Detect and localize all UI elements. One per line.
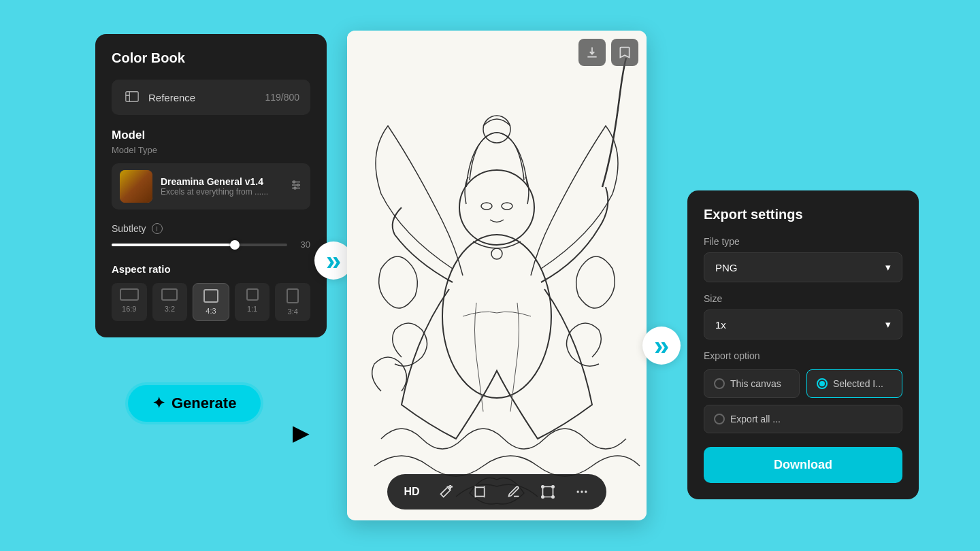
svg-point-22	[552, 496, 554, 498]
aspect-icon-4-3	[203, 289, 218, 303]
model-section-title: Model	[112, 129, 310, 142]
transform-icon[interactable]	[537, 481, 559, 503]
aspect-icon-16-9	[120, 288, 139, 301]
crop-icon[interactable]	[469, 481, 491, 503]
scene: Color Book Reference 119/800 Model Model…	[0, 0, 980, 551]
svg-point-12	[491, 248, 502, 259]
selected-radio	[817, 378, 828, 389]
slider-value: 30	[294, 239, 310, 250]
aspect-1-1[interactable]: 1:1	[235, 283, 270, 321]
wand-icon[interactable]	[435, 481, 457, 503]
panel-title: Color Book	[112, 50, 310, 66]
right-arrow-icon: »	[654, 331, 669, 361]
export-option-label: Export option	[704, 350, 902, 361]
svg-point-5	[297, 184, 299, 186]
export-all-label: Export all ...	[730, 414, 781, 424]
slider-track[interactable]	[112, 244, 287, 246]
generate-button[interactable]: ✦ Generate	[128, 385, 261, 422]
download-button[interactable]: Download	[704, 447, 902, 483]
canvas-toolbar-top	[578, 39, 638, 66]
download-canvas-button[interactable]	[578, 39, 606, 66]
selected-label: Selected I...	[833, 378, 883, 389]
aspect-label-1-1: 1:1	[247, 305, 257, 313]
left-arrow-icon: »	[326, 246, 341, 276]
subtlety-label: Subtlety	[112, 223, 146, 234]
right-panel: Export settings File type PNG ▾ Size 1x …	[687, 190, 919, 499]
slider-thumb[interactable]	[230, 240, 240, 250]
aspect-ratio-title: Aspect ratio	[112, 263, 310, 275]
size-select[interactable]: 1x ▾	[704, 310, 902, 339]
right-canvas-arrow: »	[642, 327, 681, 365]
aspect-label-4-3: 4:3	[206, 307, 216, 315]
aspect-3-2[interactable]: 3:2	[152, 283, 188, 321]
sparkle-icon: ✦	[152, 395, 165, 412]
size-value: 1x	[715, 319, 726, 331]
aspect-icon-3-4	[287, 288, 299, 303]
reference-left: Reference	[122, 88, 195, 107]
svg-rect-0	[126, 92, 138, 102]
aspect-label-16-9: 16:9	[122, 305, 136, 313]
svg-point-6	[294, 187, 296, 189]
aspect-ratio-row: 16:9 3:2 4:3 1:1 3:4	[112, 283, 310, 321]
file-type-value: PNG	[715, 262, 738, 273]
this-canvas-radio	[714, 378, 725, 389]
model-name: Dreamina General v1.4	[161, 176, 282, 187]
aspect-label-3-4: 3:4	[288, 307, 298, 316]
svg-point-8	[459, 170, 534, 245]
export-title: Export settings	[704, 207, 902, 222]
reference-row[interactable]: Reference 119/800	[112, 80, 310, 115]
ref-svg-icon	[125, 90, 140, 105]
aspect-3-4[interactable]: 3:4	[275, 283, 310, 321]
svg-point-24	[581, 490, 583, 492]
svg-point-20	[552, 486, 554, 488]
left-panel: Color Book Reference 119/800 Model Model…	[95, 34, 327, 337]
export-options: This canvas Selected I... Export all ...	[704, 369, 902, 433]
generate-label: Generate	[172, 395, 236, 412]
svg-point-19	[542, 486, 544, 488]
slider-container[interactable]: 30	[112, 239, 310, 250]
selected-option[interactable]: Selected I...	[806, 369, 902, 398]
chevron-down-icon: ▾	[885, 261, 891, 273]
svg-point-9	[483, 116, 510, 143]
svg-point-23	[577, 490, 579, 492]
aspect-4-3[interactable]: 4:3	[193, 283, 229, 321]
export-all-option[interactable]: Export all ...	[704, 405, 902, 433]
file-type-label: File type	[704, 236, 902, 247]
reference-count: 119/800	[265, 92, 299, 103]
reference-icon	[122, 88, 142, 107]
aspect-16-9[interactable]: 16:9	[112, 283, 147, 321]
this-canvas-option[interactable]: This canvas	[704, 369, 800, 398]
center-canvas: HD	[347, 31, 647, 520]
svg-rect-18	[543, 487, 553, 497]
info-icon: i	[152, 223, 163, 234]
export-all-radio	[714, 414, 725, 424]
aspect-label-3-2: 3:2	[165, 305, 175, 313]
aspect-icon-3-2	[161, 288, 178, 301]
svg-point-11	[502, 203, 512, 210]
model-thumbnail	[120, 170, 152, 203]
reference-label: Reference	[148, 92, 195, 103]
svg-point-25	[585, 490, 587, 492]
subtlety-row: Subtlety i	[112, 223, 310, 234]
slider-fill	[112, 244, 235, 246]
more-icon[interactable]	[571, 481, 593, 503]
svg-rect-13	[475, 487, 484, 496]
this-canvas-label: This canvas	[730, 378, 781, 389]
cursor-pointer: ▶	[293, 420, 310, 446]
model-section-sub: Model Type	[112, 145, 310, 155]
size-chevron-icon: ▾	[885, 318, 891, 331]
svg-point-10	[481, 203, 492, 210]
canvas-toolbar-bottom: HD	[387, 474, 606, 510]
bookmark-button[interactable]	[611, 39, 638, 66]
model-desc: Excels at everything from ......	[161, 187, 282, 197]
sliders-icon[interactable]	[290, 179, 302, 195]
svg-point-4	[293, 181, 295, 183]
hd-button[interactable]: HD	[401, 481, 423, 503]
pen-icon[interactable]	[503, 481, 525, 503]
canvas-art	[347, 31, 647, 520]
size-label: Size	[704, 293, 902, 304]
file-type-select[interactable]: PNG ▾	[704, 252, 902, 282]
model-info: Dreamina General v1.4 Excels at everythi…	[161, 176, 282, 197]
model-row[interactable]: Dreamina General v1.4 Excels at everythi…	[112, 163, 310, 210]
svg-point-21	[542, 496, 544, 498]
